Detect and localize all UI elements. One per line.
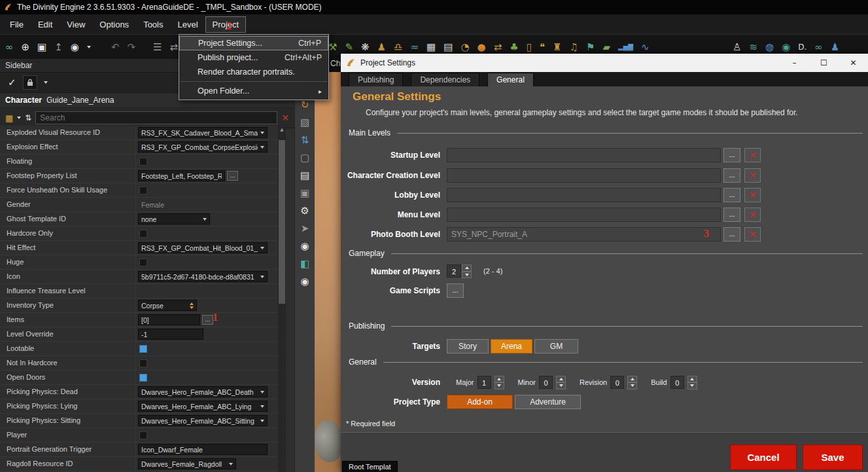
property-dropdown[interactable]: RS3_FX_GP_Combat_CorpseExplosion [138, 141, 268, 153]
dialog-d-icon[interactable]: D. [798, 43, 807, 51]
target-gm-button[interactable]: GM [534, 339, 578, 354]
menu-file[interactable]: File [3, 16, 31, 33]
vegetation-icon[interactable]: ♣ [510, 43, 518, 52]
screenshot-icon[interactable]: ⊕ [22, 43, 30, 52]
tab-dependencies[interactable]: Dependencies [411, 73, 479, 86]
root-template-tab[interactable]: Root Templat [342, 461, 398, 472]
lock-button[interactable] [23, 75, 37, 90]
menu-options[interactable]: Options [92, 16, 136, 33]
category-caret-icon[interactable] [17, 117, 21, 119]
container-icon[interactable]: ▯ [527, 43, 532, 52]
link-icon[interactable]: ∞ [814, 43, 823, 52]
goggles-icon[interactable]: ∞ [5, 43, 14, 52]
character-icon[interactable]: ♙ [733, 43, 741, 52]
lock-caret-icon[interactable] [44, 81, 48, 84]
menu-level-input[interactable] [447, 208, 721, 222]
version-revision-value[interactable]: 0 [610, 376, 624, 389]
minimize-button[interactable]: – [780, 54, 809, 72]
property-textbox[interactable]: -1 [138, 329, 203, 340]
menu-item-publish-project[interactable]: Publish project... Ctrl+Alt+P [179, 50, 328, 65]
project-type-addon-button[interactable]: Add-on [447, 395, 513, 409]
globe-icon[interactable]: ◉ [782, 43, 790, 52]
property-dropdown[interactable]: RS3_FX_GP_Combat_Hit_Blood_01_M [138, 242, 268, 253]
property-dropdown[interactable]: Dwarves_Female_Ragdoll [138, 458, 236, 469]
sidebar-scrollbar[interactable]: ▲ [278, 126, 286, 472]
version-major-stepper[interactable] [495, 376, 504, 390]
save-icon[interactable]: ▣ [37, 43, 46, 52]
clear-button[interactable]: ✕ [744, 188, 761, 202]
tab-general[interactable]: General [487, 73, 534, 86]
effects-icon[interactable]: ❋ [361, 43, 370, 52]
property-checkbox[interactable] [139, 359, 147, 367]
rotate-tool-icon[interactable]: ↻ [301, 100, 309, 110]
property-dropdown[interactable]: Dwarves_Hero_Female_ABC_Lying [138, 401, 268, 412]
scrollbar-up-icon[interactable]: ▲ [278, 126, 286, 134]
export-icon[interactable]: ↥ [54, 43, 63, 52]
flip-tool-icon[interactable]: ⇅ [301, 136, 309, 145]
menu-view[interactable]: View [60, 16, 92, 33]
property-textbox[interactable]: Footstep_Left, Footstep_Right [138, 170, 225, 181]
browse-button[interactable]: ... [227, 171, 238, 181]
clear-button[interactable]: ✕ [744, 168, 761, 183]
paint-icon[interactable]: ✎ [345, 43, 353, 52]
version-major-value[interactable]: 1 [477, 376, 491, 389]
property-checkbox[interactable] [139, 345, 147, 353]
tab-publishing[interactable]: Publishing [349, 73, 403, 86]
browse-button[interactable]: ... [202, 315, 213, 325]
version-minor-value[interactable]: 0 [539, 376, 553, 389]
undo-icon[interactable]: ↶ [111, 43, 120, 52]
search-input[interactable] [35, 111, 277, 124]
cancel-button[interactable]: Cancel [730, 445, 797, 470]
property-dropdown[interactable]: 5b9711c5-2d67-4180-bdce-d8af0831 [138, 271, 268, 282]
browse-button[interactable]: ... [723, 168, 740, 183]
property-checkbox[interactable] [139, 230, 147, 238]
property-checkbox[interactable] [139, 187, 147, 194]
dialog-bubble-icon[interactable]: ❝ [540, 43, 545, 52]
film-icon[interactable]: ▰ [602, 43, 610, 52]
clear-button[interactable]: ✕ [744, 208, 761, 222]
layers-icon[interactable]: ≋ [749, 43, 757, 52]
person-icon[interactable]: ♟ [831, 43, 839, 52]
barchart-icon[interactable]: ▂▅▇ [618, 44, 633, 50]
property-spinner[interactable]: Corpse [138, 300, 197, 311]
version-revision-stepper[interactable] [627, 376, 637, 390]
property-textbox[interactable]: [0] [138, 314, 200, 325]
clear-button[interactable]: ✕ [744, 227, 761, 242]
character-creation-level-input[interactable] [447, 168, 721, 183]
property-dropdown[interactable]: RS3_FX_SK_Cadaver_Blood_A_Small [138, 127, 268, 138]
cursor-tool-icon[interactable]: ➤ [301, 224, 309, 234]
browse-button[interactable]: ... [723, 208, 740, 222]
trade-icon[interactable]: ⇄ [494, 43, 502, 52]
menu-level[interactable]: Level [170, 16, 205, 33]
linechart-icon[interactable]: ∿ [641, 43, 650, 52]
property-checkbox[interactable] [139, 259, 147, 266]
menu-item-project-settings[interactable]: Project Settings... Ctrl+P [179, 36, 328, 50]
timeline-icon[interactable]: ◔ [460, 43, 469, 52]
property-dropdown[interactable]: Dwarves_Hero_Female_ABC_Death [138, 386, 268, 397]
gear-tool-icon[interactable]: ⚙ [300, 206, 309, 216]
apply-check-icon[interactable]: ✓ [8, 77, 16, 88]
property-textbox[interactable]: Icon_Dwarf_Female [138, 444, 268, 455]
target-story-button[interactable]: Story [447, 339, 489, 354]
terrain-tools-icon[interactable]: ⚒ [328, 43, 337, 52]
eye-tool-icon[interactable]: ◉ [300, 242, 309, 251]
version-build-value[interactable]: 0 [670, 376, 684, 389]
marquee-tool-icon[interactable]: ▢ [300, 153, 309, 163]
browse-button[interactable]: ... [723, 148, 740, 162]
property-dropdown[interactable]: Dwarves_Hero_Female_ABC_Sitting [138, 415, 268, 426]
banner-icon[interactable]: ⚑ [586, 43, 595, 52]
cube-tool-icon[interactable]: ◧ [300, 259, 309, 269]
version-build-stepper[interactable] [687, 376, 697, 390]
visibility-caret-icon[interactable] [87, 46, 91, 48]
menu-project[interactable]: Project [205, 16, 246, 33]
page-tool-icon[interactable]: ▤ [300, 171, 309, 181]
scale-tool-icon[interactable]: ▧ [300, 118, 309, 128]
menu-item-open-folder[interactable]: Open Folder... ▸ [179, 84, 328, 98]
search-clear-icon[interactable]: ✕ [281, 113, 289, 123]
lamp-icon[interactable]: ◍ [765, 43, 774, 52]
visibility2-tool-icon[interactable]: ◉ [300, 277, 309, 287]
atlas-icon[interactable]: ▤ [443, 43, 453, 52]
menu-edit[interactable]: Edit [31, 16, 60, 33]
num-players-value[interactable]: 2 [447, 264, 461, 278]
sort-icon[interactable]: ⇅ [25, 114, 31, 122]
